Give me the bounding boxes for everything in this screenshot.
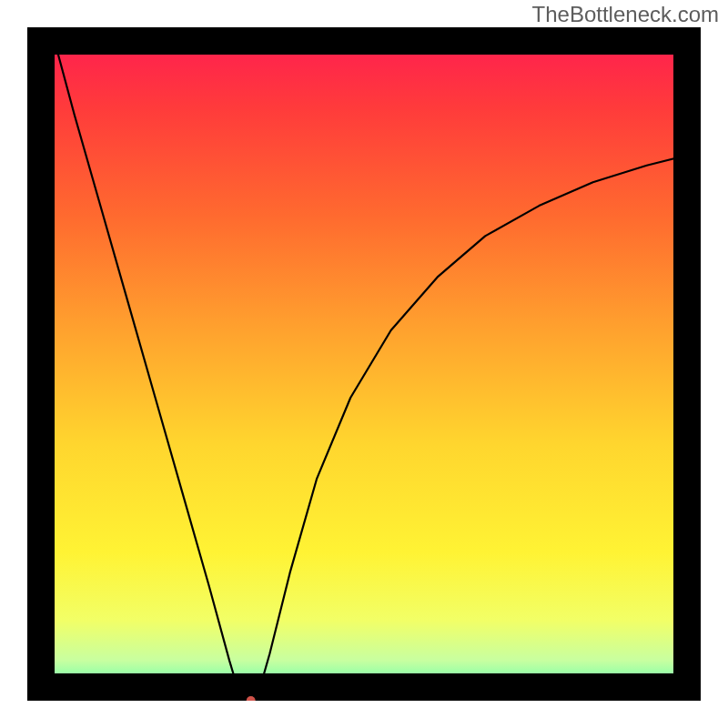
watermark-text: TheBottleneck.com [532,2,719,27]
plot-frame-border [27,27,701,701]
chart-container: TheBottleneck.com [0,0,728,728]
plot-area [27,27,701,701]
bottleneck-curve [51,27,701,701]
